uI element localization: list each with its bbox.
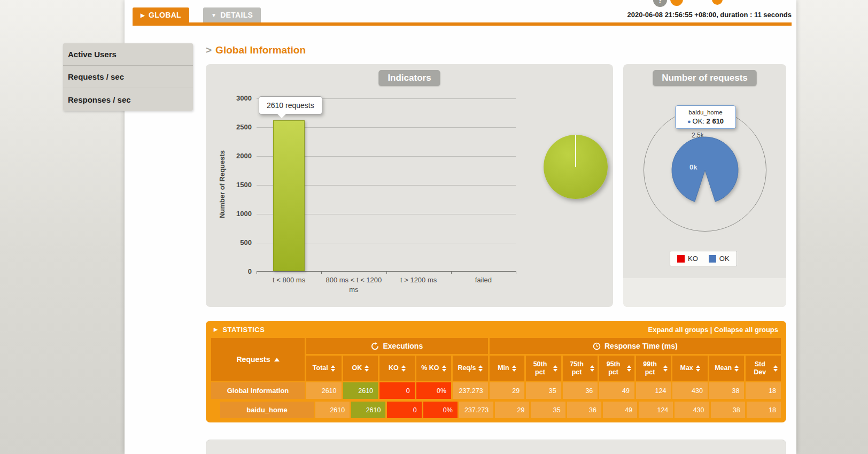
statistics-header: ▶ STATISTICS bbox=[214, 326, 265, 334]
col-header-95th[interactable]: 95th pct bbox=[599, 356, 634, 381]
cell-max: 430 bbox=[672, 382, 708, 399]
col-label: Mean bbox=[715, 364, 732, 372]
statistics-title: STATISTICS bbox=[222, 326, 265, 334]
col-header-50th[interactable]: 50th pct bbox=[526, 356, 561, 381]
sidebar-item-active-users[interactable]: Active Users bbox=[63, 43, 193, 66]
statistics-section: ▶ STATISTICS Expand all groups | Collaps… bbox=[206, 321, 786, 422]
indicators-title: Indicators bbox=[378, 70, 440, 86]
legend-ok-label: OK bbox=[719, 255, 730, 263]
tab-global[interactable]: ▶ GLOBAL bbox=[133, 7, 189, 22]
cell-75th: 36 bbox=[563, 382, 598, 399]
next-section-panel bbox=[206, 440, 786, 454]
sidebar-item-requests-sec[interactable]: Requests / sec bbox=[63, 66, 193, 88]
y-tick-label: 2500 bbox=[227, 123, 252, 131]
pie-legend: KO OK bbox=[670, 251, 737, 266]
col-header-pct-ko[interactable]: % KO bbox=[416, 356, 452, 381]
card-footer bbox=[623, 278, 786, 307]
sort-icon bbox=[401, 365, 406, 372]
col-header-99th[interactable]: 99th pct bbox=[636, 356, 671, 381]
cell-95th: 49 bbox=[603, 402, 637, 418]
y-tick-label: 500 bbox=[227, 238, 252, 247]
col-header-requests[interactable]: Requests bbox=[211, 338, 305, 381]
pie-slice-divider bbox=[575, 135, 576, 167]
requests-col-label: Requests bbox=[236, 355, 270, 364]
sidebar: Active Users Requests / sec Responses / … bbox=[63, 43, 193, 111]
collapse-all-link[interactable]: Collapse all groups bbox=[714, 326, 778, 334]
title-arrow: > bbox=[206, 44, 212, 56]
bar-t-800-ms[interactable] bbox=[273, 120, 305, 271]
y-axis-title: Number of Requests bbox=[218, 131, 226, 238]
indicators-pie[interactable] bbox=[544, 135, 608, 199]
col-header-mean[interactable]: Mean bbox=[709, 356, 745, 381]
run-timestamp: 2020-06-08 21:56:55 +08:00, duration : 1… bbox=[627, 11, 792, 19]
ok-swatch-icon bbox=[709, 255, 716, 263]
tooltip-value-line: ●OK: 2 610 bbox=[681, 117, 730, 125]
cell-95th: 49 bbox=[599, 382, 634, 399]
group-header-response-time: Response Time (ms) bbox=[490, 338, 781, 354]
refresh-icon bbox=[371, 342, 379, 350]
sort-icon bbox=[478, 365, 483, 372]
bar-tooltip: 2610 requests bbox=[259, 96, 322, 114]
col-header-reqs[interactable]: Req/s bbox=[453, 356, 488, 381]
executions-label: Executions bbox=[383, 342, 423, 350]
sort-icon bbox=[734, 365, 739, 372]
cell-min: 29 bbox=[490, 382, 525, 399]
sidebar-item-responses-sec[interactable]: Responses / sec bbox=[63, 88, 193, 111]
x-axis-tick bbox=[257, 271, 257, 274]
col-label: OK bbox=[352, 364, 362, 372]
cell-75th: 36 bbox=[567, 402, 601, 418]
legend-item-ko[interactable]: KO bbox=[677, 255, 698, 263]
cell-ko: 0 bbox=[387, 402, 421, 418]
pie-slice-ok[interactable] bbox=[672, 137, 738, 202]
row-name[interactable]: Global Information bbox=[211, 382, 305, 399]
tab-details-label: DETAILS bbox=[220, 11, 253, 19]
col-header-max[interactable]: Max bbox=[672, 356, 708, 381]
col-header-75th[interactable]: 75th pct bbox=[563, 356, 598, 381]
col-header-ok[interactable]: OK bbox=[343, 356, 378, 381]
cell-total: 2610 bbox=[306, 382, 342, 399]
legend-item-ok[interactable]: OK bbox=[709, 255, 730, 263]
col-header-min[interactable]: Min bbox=[490, 356, 525, 381]
cell-99th: 124 bbox=[636, 382, 671, 399]
col-label: Min bbox=[498, 364, 509, 372]
cell-ok: 2610 bbox=[343, 382, 378, 399]
cell-max: 430 bbox=[675, 402, 709, 418]
x-axis-tick bbox=[516, 271, 516, 274]
response-time-label: Response Time (ms) bbox=[604, 342, 678, 350]
col-label: Std Dev bbox=[749, 360, 771, 376]
cell-50th: 35 bbox=[531, 402, 565, 418]
y-tick-label: 3000 bbox=[227, 94, 252, 102]
x-axis-tick bbox=[386, 271, 387, 274]
col-label: Req/s bbox=[458, 364, 476, 372]
cell-total: 2610 bbox=[315, 402, 350, 418]
stats-row-baidu-home[interactable]: baidu_home 2610 2610 0 0% 237.273 29 35 … bbox=[220, 402, 781, 418]
cell-reqs: 237.273 bbox=[453, 382, 488, 399]
sort-icon bbox=[442, 365, 446, 372]
cell-mean: 38 bbox=[711, 402, 745, 418]
clock-icon bbox=[593, 342, 601, 350]
cell-std-dev: 18 bbox=[746, 382, 781, 399]
row-name[interactable]: baidu_home bbox=[220, 402, 314, 418]
stats-row-global[interactable]: Global Information 2610 2610 0 0% 237.27… bbox=[211, 382, 781, 399]
col-header-ko[interactable]: KO bbox=[379, 356, 415, 381]
indicators-plot: 050010001500200025003000t < 800 ms800 ms… bbox=[257, 98, 516, 272]
expand-all-link[interactable]: Expand all groups bbox=[648, 326, 709, 334]
tooltip-value: 2 610 bbox=[707, 117, 724, 125]
col-label: Max bbox=[680, 364, 693, 372]
x-tick-label: failed bbox=[451, 275, 516, 285]
col-header-std-dev[interactable]: Std Dev bbox=[746, 356, 781, 381]
col-header-total[interactable]: Total bbox=[306, 356, 342, 381]
cell-99th: 124 bbox=[639, 402, 673, 418]
sort-icon bbox=[331, 365, 335, 372]
tooltip-series-label: OK: bbox=[693, 117, 704, 125]
bullet-icon: ● bbox=[687, 118, 691, 125]
group-header-executions: Executions bbox=[306, 338, 488, 354]
requests-title: Number of requests bbox=[653, 70, 757, 86]
cell-50th: 35 bbox=[526, 382, 561, 399]
tab-details[interactable]: ▼ DETAILS bbox=[203, 7, 261, 22]
link-separator: | bbox=[708, 326, 714, 334]
col-label: 99th pct bbox=[639, 360, 661, 376]
sort-icon bbox=[512, 365, 516, 372]
indicators-card: Indicators Number of Requests 0500100015… bbox=[206, 64, 613, 307]
page-title-text: Global Information bbox=[215, 44, 306, 56]
